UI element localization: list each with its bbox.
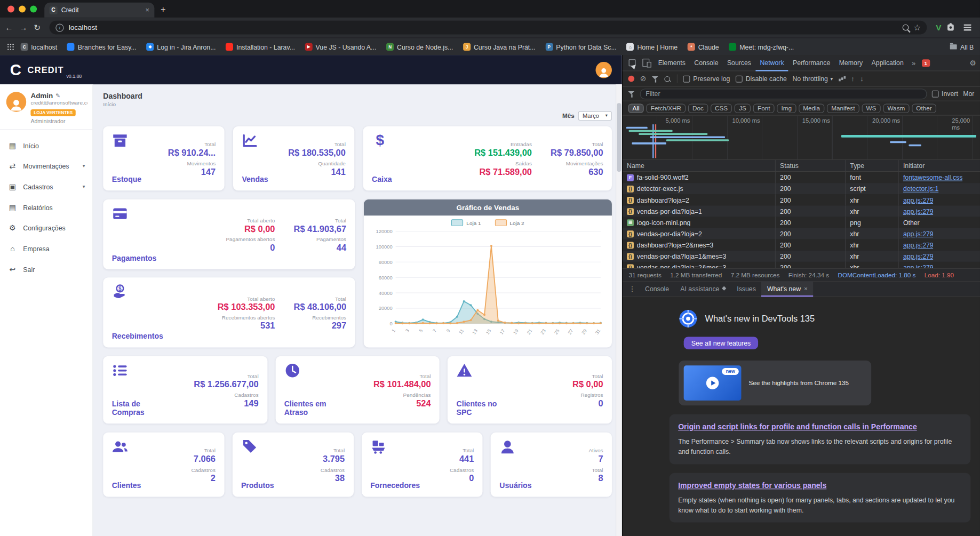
header-avatar[interactable] xyxy=(595,61,611,77)
devtools-tab-performance[interactable]: Performance xyxy=(788,54,835,71)
filter-chip-css[interactable]: CSS xyxy=(711,103,732,113)
close-window-button[interactable] xyxy=(7,6,14,13)
devtools-tab-console[interactable]: Console xyxy=(690,54,723,71)
drawer-tab-console[interactable]: Console xyxy=(639,281,674,297)
address-bar[interactable]: i localhost ☆ xyxy=(49,21,927,35)
error-badge[interactable]: 1 xyxy=(922,59,930,67)
inspect-element-icon[interactable] xyxy=(629,59,636,66)
disable-cache-checkbox[interactable]: Disable cache xyxy=(736,75,787,83)
bookmark[interactable]: *Claude xyxy=(683,41,723,52)
network-request-row[interactable]: {}vendas-por-dia?loja=2&mes=3200xhrapp.j… xyxy=(623,262,980,268)
initiator-link[interactable]: app.js:279 xyxy=(903,263,934,268)
network-request-row[interactable]: {}detector-exec.js200scriptdetector.js:1… xyxy=(623,183,980,194)
highlight-video-card[interactable]: new See the highlights from Chrome 135 xyxy=(679,361,871,405)
clear-network-log-icon[interactable]: ⊘ xyxy=(640,75,647,83)
browser-tab[interactable]: C Credit × xyxy=(44,3,154,18)
devtools-tab-elements[interactable]: Elements xyxy=(654,54,690,71)
filter-chip-all[interactable]: All xyxy=(628,103,643,113)
sidebar-item-relatorios[interactable]: ▤Relatórios xyxy=(0,197,92,218)
browser-menu-icon[interactable] xyxy=(964,27,971,28)
month-select[interactable]: Março ▾ xyxy=(578,111,612,121)
filter-chip-doc[interactable]: Doc xyxy=(688,103,708,113)
video-thumbnail[interactable]: new xyxy=(684,365,742,401)
bookmark[interactable]: ⌂Home | Home xyxy=(622,41,682,52)
network-request-row[interactable]: {}dashboard?loja=2200xhrapp.js:2791.7 xyxy=(623,194,980,205)
drawer-tab-what-s-new[interactable]: What's new× xyxy=(761,281,813,297)
tab-close-icon[interactable]: × xyxy=(145,6,149,14)
network-request-row[interactable]: {}vendas-por-dia?loja=2200xhrapp.js:2791… xyxy=(623,228,980,239)
bookmark[interactable]: Meet: mdg-zfwq-... xyxy=(724,41,798,52)
site-info-icon[interactable]: i xyxy=(55,23,63,31)
forward-button[interactable]: → xyxy=(19,23,27,33)
invert-filter-checkbox[interactable]: Invert xyxy=(931,90,958,98)
devtools-tab-network[interactable]: Network xyxy=(755,54,788,71)
devtools-tab-sources[interactable]: Sources xyxy=(723,54,756,71)
extension-v-icon[interactable]: V xyxy=(936,23,941,33)
filter-chip-img[interactable]: Img xyxy=(777,103,796,113)
filter-chip-ws[interactable]: WS xyxy=(862,103,880,113)
network-overview-timeline[interactable]: 5,000 ms10,000 ms15,000 ms20,000 ms25,00… xyxy=(623,116,980,160)
network-request-row[interactable]: {}vendas-por-dia?loja=1200xhrapp.js:2791… xyxy=(623,205,980,217)
record-network-log-button[interactable] xyxy=(628,76,634,82)
zoom-window-button[interactable] xyxy=(30,6,37,13)
sidebar-item-sair[interactable]: ↩Sair xyxy=(0,259,92,279)
bookmark-star-icon[interactable]: ☆ xyxy=(913,23,921,33)
initiator-link[interactable]: app.js:279 xyxy=(903,196,934,204)
bookmark[interactable]: JCurso Java na Prát... xyxy=(459,41,540,52)
sidebar-item-cadastros[interactable]: ▣Cadastros▾ xyxy=(0,176,92,197)
back-button[interactable]: ← xyxy=(5,23,13,33)
filter-chip-other[interactable]: Other xyxy=(912,103,936,113)
search-icon[interactable] xyxy=(902,25,909,31)
network-request-row[interactable]: {}dashboard?loja=2&mes=3200xhrapp.js:279… xyxy=(623,239,980,251)
column-header-status[interactable]: Status xyxy=(776,160,846,171)
initiator-link[interactable]: fontawesome-all.css xyxy=(903,174,962,181)
network-filter-input[interactable] xyxy=(640,89,927,99)
bookmark[interactable]: ◆Log in - Jira Anron... xyxy=(142,41,220,52)
minimize-window-button[interactable] xyxy=(19,6,26,13)
network-search-icon[interactable] xyxy=(664,76,670,82)
see-all-features-button[interactable]: See all new features xyxy=(684,337,759,349)
initiator-link[interactable]: detector.js:1 xyxy=(903,185,938,193)
network-request-row[interactable]: ▦logo-icon-mini.png200pngOther1.2 xyxy=(623,217,980,228)
apps-grid-icon[interactable] xyxy=(7,46,9,47)
section-heading-link[interactable]: Improved empty states for various panels xyxy=(678,481,962,491)
initiator-link[interactable]: app.js:279 xyxy=(903,207,934,215)
bookmark[interactable]: Branches for Easy... xyxy=(63,41,141,52)
devtools-tab-memory[interactable]: Memory xyxy=(835,54,867,71)
filter-chip-manifest[interactable]: Manifest xyxy=(827,103,859,113)
reload-button[interactable]: ↻ xyxy=(34,23,41,33)
play-icon[interactable] xyxy=(706,377,719,389)
throttling-select[interactable]: No throttling ▾ xyxy=(792,75,833,83)
bookmark[interactable]: PPython for Data Sc... xyxy=(541,41,621,52)
initiator-link[interactable]: app.js:279 xyxy=(903,252,934,260)
more-filters-label[interactable]: Mor xyxy=(963,90,974,98)
drawer-tab-ai-assistance[interactable]: AI assistance xyxy=(675,281,731,297)
column-header-initiator[interactable]: Initiator xyxy=(899,160,980,171)
new-tab-button[interactable]: + xyxy=(161,4,166,14)
sidebar-item-configuracoes[interactable]: ⚙Configurações xyxy=(0,218,92,238)
drawer-menu-icon[interactable]: ⋮ xyxy=(625,285,640,293)
column-header-type[interactable]: Type xyxy=(846,160,899,171)
network-request-row[interactable]: Ffa-solid-900.woff2200fontfontawesome-al… xyxy=(623,172,980,183)
filter-chip-wasm[interactable]: Wasm xyxy=(883,103,909,113)
url-text[interactable]: localhost xyxy=(69,24,897,31)
bookmark[interactable]: ▶Vue JS - Usando A... xyxy=(300,41,380,52)
sidebar-item-movimentacoes[interactable]: ⇄Movimentações▾ xyxy=(0,156,92,177)
filter-chip-js[interactable]: JS xyxy=(735,103,751,113)
filter-chip-font[interactable]: Font xyxy=(753,103,775,113)
section-heading-link[interactable]: Origin and script links for profile and … xyxy=(678,422,962,432)
drawer-tab-issues[interactable]: Issues xyxy=(731,281,762,297)
filter-chip-fetch-xhr[interactable]: Fetch/XHR xyxy=(647,103,686,113)
initiator-link[interactable]: app.js:279 xyxy=(903,230,934,237)
network-conditions-icon[interactable] xyxy=(839,79,841,82)
device-toolbar-icon[interactable] xyxy=(642,59,649,67)
more-panels-icon[interactable]: » xyxy=(909,59,918,67)
import-har-icon[interactable]: ↑ xyxy=(851,75,854,83)
devtools-settings-icon[interactable]: ⚙ xyxy=(969,59,976,67)
devtools-tab-application[interactable]: Application xyxy=(867,54,908,71)
initiator-link[interactable]: app.js:279 xyxy=(903,241,934,249)
filter-toggle-icon[interactable] xyxy=(652,75,659,82)
bookmark[interactable]: Clocalhost xyxy=(16,41,61,52)
user-avatar[interactable] xyxy=(6,92,26,111)
all-bookmarks[interactable]: All B xyxy=(950,43,974,51)
